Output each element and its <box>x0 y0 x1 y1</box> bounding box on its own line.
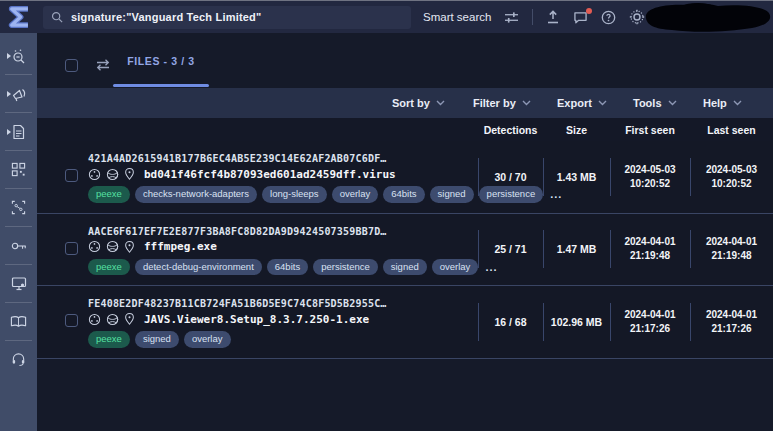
tag[interactable]: overlay <box>332 186 379 203</box>
filter-by-label: Filter by <box>473 97 516 109</box>
first-seen-value: 2024-05-0310:20:52 <box>610 141 690 213</box>
help-icon[interactable] <box>601 10 616 25</box>
sidebar-item-hunting[interactable] <box>0 79 37 108</box>
table-row[interactable]: 421A4AD2615941B177B6EC4AB5E239C14E62AF2A… <box>37 141 773 214</box>
expand-caret-icon <box>7 129 11 135</box>
sidebar-divider <box>5 226 32 227</box>
size-value: 102.96 MB <box>551 316 602 328</box>
select-all-checkbox[interactable] <box>65 59 78 72</box>
row-checkbox[interactable] <box>65 242 78 255</box>
tag[interactable]: long-sleeps <box>262 186 327 203</box>
sidebar-divider <box>5 150 32 151</box>
table-row[interactable]: FE408E2DF48237B11CB724FA51B6D5E9C74C8F5D… <box>37 286 773 359</box>
top-bar: signature:"Vanguard Tech Limited" Smart … <box>0 0 773 33</box>
globe-icon <box>106 240 119 253</box>
column-header-size[interactable]: Size <box>543 118 610 141</box>
column-header-detections[interactable]: Detections <box>478 118 543 141</box>
globe-icon <box>106 313 119 326</box>
tag[interactable]: overlay <box>184 331 231 348</box>
monitor-icon <box>11 276 27 291</box>
sidebar-item-monitor[interactable] <box>0 269 37 298</box>
export-label: Export <box>557 97 592 109</box>
feedback-icon[interactable] <box>573 11 588 24</box>
upload-icon[interactable] <box>546 10 560 24</box>
tools-dropdown[interactable]: Tools <box>633 88 677 118</box>
filter-by-dropdown[interactable]: Filter by <box>473 88 531 118</box>
column-header-last-seen[interactable]: Last seen <box>690 118 773 141</box>
tag[interactable]: 64bits <box>383 186 424 203</box>
tag[interactable]: persistence <box>313 259 378 276</box>
column-header-first-seen[interactable]: First seen <box>610 118 690 141</box>
tag[interactable]: signed <box>383 259 427 276</box>
tag[interactable]: overlay <box>432 259 479 276</box>
tag[interactable]: detect-debug-environment <box>135 259 262 276</box>
sigma-logo-icon <box>6 4 32 30</box>
sidebar-divider <box>5 340 32 341</box>
notification-dot <box>586 8 592 14</box>
tag-list: peexedetect-debug-environment64bitspersi… <box>88 259 478 276</box>
qr-code-icon <box>11 162 26 177</box>
chevron-down-icon <box>522 100 531 106</box>
tab-files[interactable]: FILES - 3 / 3 <box>113 33 209 88</box>
row-checkbox[interactable] <box>65 169 78 182</box>
help-dropdown[interactable]: Help <box>703 88 742 118</box>
tag[interactable]: peexe <box>88 259 130 276</box>
tag[interactable]: 64bits <box>267 259 308 276</box>
sidebar-item-support[interactable] <box>0 345 37 374</box>
last-seen-value: 2024-04-0121:17:26 <box>690 286 773 358</box>
sidebar-divider <box>5 264 32 265</box>
location-pin-icon <box>124 240 135 254</box>
last-seen-value: 2024-04-0121:19:48 <box>690 214 773 286</box>
file-hash[interactable]: 421A4AD2615941B177B6EC4AB5E239C14E62AF2A… <box>88 153 478 164</box>
file-hash[interactable]: FE408E2DF48237B11CB724FA51B6D5E9C74C8F5D… <box>88 298 478 309</box>
search-query-text: signature:"Vanguard Tech Limited" <box>71 11 261 23</box>
table-row[interactable]: AACE6F617EF7E2E877F3BA8FC8D82DA9D9424507… <box>37 214 773 287</box>
smart-search-label[interactable]: Smart search <box>423 11 491 23</box>
chevron-down-icon <box>598 100 607 106</box>
tag-list: peexechecks-network-adapterslong-sleepso… <box>88 186 478 203</box>
results-toolbar: Sort by Filter by Export Tools Help <box>37 88 773 118</box>
search-input[interactable]: signature:"Vanguard Tech Limited" <box>43 6 411 29</box>
file-name[interactable]: fffmpeg.exe <box>144 240 217 253</box>
file-name[interactable]: JAVS.Viewer8.Setup_8.3.7.250-1.exe <box>144 313 369 326</box>
main-content: FILES - 3 / 3 Sort by Filter by Export T… <box>37 33 773 431</box>
headset-icon <box>11 352 26 367</box>
sidebar-item-graph[interactable] <box>0 193 37 222</box>
chevron-down-icon <box>668 100 677 106</box>
sidebar-divider <box>5 302 32 303</box>
key-icon <box>11 241 27 251</box>
size-value: 1.47 MB <box>557 243 597 255</box>
tag-list: peexesignedoverlay <box>88 331 478 348</box>
chevron-down-icon <box>436 100 445 106</box>
sidebar-item-api-key[interactable] <box>0 231 37 260</box>
tag[interactable]: peexe <box>88 331 130 348</box>
intelligence-search-icon <box>11 48 27 64</box>
detections-value: 25 / 71 <box>494 243 526 255</box>
tag[interactable]: checks-network-adapters <box>135 186 257 203</box>
row-checkbox[interactable] <box>65 314 78 327</box>
file-name[interactable]: bd041f46fcf4b87093ed601ad2459dff.virus <box>144 168 396 181</box>
sidebar-divider <box>5 74 32 75</box>
first-seen-value: 2024-04-0121:19:48 <box>610 214 690 286</box>
search-options-sliders-icon[interactable] <box>504 11 519 24</box>
swap-arrows-icon[interactable] <box>94 58 112 72</box>
vendor-logo[interactable] <box>0 1 37 34</box>
sort-by-dropdown[interactable]: Sort by <box>392 88 445 118</box>
tab-bar: FILES - 3 / 3 <box>37 33 773 88</box>
export-dropdown[interactable]: Export <box>557 88 607 118</box>
last-seen-value: 2024-05-0310:20:52 <box>690 141 773 213</box>
tools-label: Tools <box>633 97 662 109</box>
file-hash[interactable]: AACE6F617EF7E2E877F3BA8FC8D82DA9D9424507… <box>88 226 478 237</box>
tag[interactable]: peexe <box>88 186 130 203</box>
size-value: 1.43 MB <box>557 171 597 183</box>
sidebar-divider <box>5 112 32 113</box>
sidebar-item-yara[interactable] <box>0 155 37 184</box>
tag[interactable]: signed <box>135 331 179 348</box>
sidebar-item-intelligence-search[interactable] <box>0 41 37 70</box>
tag[interactable]: signed <box>430 186 474 203</box>
sidebar-divider <box>5 188 32 189</box>
sidebar-item-file-search[interactable] <box>0 117 37 146</box>
document-icon <box>11 124 26 140</box>
sidebar-item-references[interactable] <box>0 307 37 336</box>
column-header-row: Detections Size First seen Last seen <box>37 118 773 141</box>
